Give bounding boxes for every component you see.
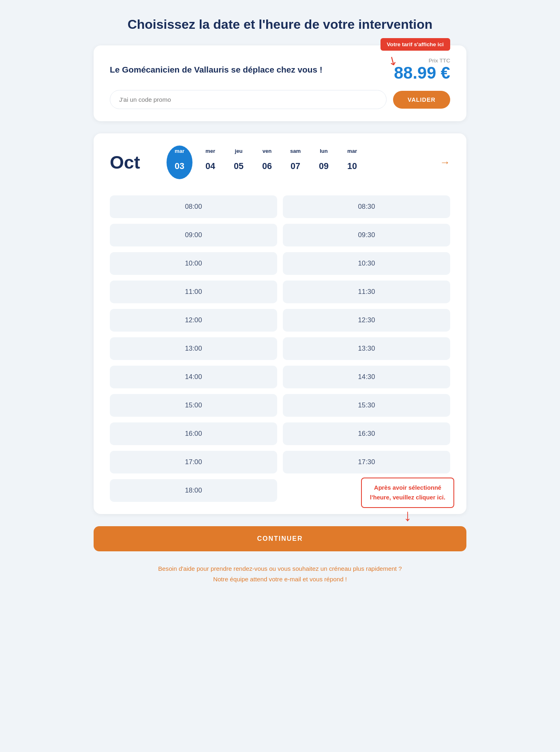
- time-slot-13:30[interactable]: 13:30: [283, 337, 450, 360]
- day-num: 10: [342, 156, 363, 177]
- time-slot-14:30[interactable]: 14:30: [283, 366, 450, 388]
- time-slot-16:30[interactable]: 16:30: [283, 422, 450, 445]
- calendar-header: Oct mar 03 mer 04 jeu 05 ven 06 sam 07 l…: [110, 146, 450, 179]
- day-name: mar: [347, 148, 357, 154]
- day-name: jeu: [235, 148, 243, 154]
- help-line1: Besoin d'aide pour prendre rendez-vous o…: [94, 563, 466, 574]
- tarif-tooltip: Votre tarif s'affiche ici: [380, 38, 450, 51]
- valider-button[interactable]: VALIDER: [393, 91, 450, 109]
- time-slot-09:30[interactable]: 09:30: [283, 224, 450, 246]
- time-slot-17:00[interactable]: 17:00: [110, 451, 277, 473]
- days-row: mar 03 mer 04 jeu 05 ven 06 sam 07 lun 0…: [167, 146, 423, 179]
- after-select-tooltip: Après avoir sélectionné l'heure, veuille…: [361, 478, 454, 508]
- time-slot-09:00[interactable]: 09:00: [110, 224, 277, 246]
- time-slot-16:00[interactable]: 16:00: [110, 422, 277, 445]
- calendar-day-04[interactable]: mer 04: [200, 148, 221, 177]
- calendar-day-06[interactable]: ven 06: [256, 148, 278, 177]
- continuer-button[interactable]: CONTINUER: [94, 526, 466, 551]
- time-slot-10:00[interactable]: 10:00: [110, 252, 277, 275]
- next-arrow-icon[interactable]: →: [440, 156, 450, 168]
- day-name: lun: [320, 148, 328, 154]
- day-name: sam: [290, 148, 301, 154]
- day-num: 09: [313, 156, 334, 177]
- time-slot-12:00[interactable]: 12:00: [110, 309, 277, 332]
- time-slot-08:00[interactable]: 08:00: [110, 195, 277, 218]
- promo-input[interactable]: [110, 90, 387, 109]
- day-num: 03: [169, 156, 190, 177]
- time-slot-08:30[interactable]: 08:30: [283, 195, 450, 218]
- time-slot-10:30[interactable]: 10:30: [283, 252, 450, 275]
- calendar-day-09[interactable]: lun 09: [313, 148, 334, 177]
- continue-section: Après avoir sélectionné l'heure, veuille…: [94, 526, 466, 551]
- time-slot-14:00[interactable]: 14:00: [110, 366, 277, 388]
- day-name: mer: [205, 148, 215, 154]
- time-slot-13:00[interactable]: 13:00: [110, 337, 277, 360]
- month-label: Oct: [110, 152, 154, 173]
- time-slot-11:30[interactable]: 11:30: [283, 281, 450, 303]
- calendar-card: Oct mar 03 mer 04 jeu 05 ven 06 sam 07 l…: [94, 133, 466, 514]
- day-name: mar: [175, 148, 184, 154]
- time-slot-11:00[interactable]: 11:00: [110, 281, 277, 303]
- time-slot-15:30[interactable]: 15:30: [283, 394, 450, 417]
- day-name: ven: [263, 148, 272, 154]
- time-slot-17:30[interactable]: 17:30: [283, 451, 450, 473]
- calendar-day-10[interactable]: mar 10: [342, 148, 363, 177]
- time-slot-12:30[interactable]: 12:30: [283, 309, 450, 332]
- day-num: 04: [200, 156, 221, 177]
- price-card: Votre tarif s'affiche ici ↘ Le Gomécanic…: [94, 45, 466, 122]
- day-num: 05: [228, 156, 249, 177]
- time-slot-18:00[interactable]: 18:00: [110, 479, 277, 502]
- mechanic-title: Le Gomécanicien de Vallauris se déplace …: [110, 65, 389, 75]
- tooltip-arrow-icon: ↓: [361, 509, 454, 522]
- time-slot-15:00[interactable]: 15:00: [110, 394, 277, 417]
- price-value: 88.99 €: [389, 64, 450, 82]
- calendar-day-07[interactable]: sam 07: [285, 148, 306, 177]
- time-grid: 08:0008:3009:0009:3010:0010:3011:0011:30…: [110, 195, 450, 502]
- help-text: Besoin d'aide pour prendre rendez-vous o…: [94, 563, 466, 585]
- day-num: 06: [256, 156, 278, 177]
- help-line2: Notre équipe attend votre e-mail et vous…: [94, 574, 466, 585]
- calendar-day-05[interactable]: jeu 05: [228, 148, 249, 177]
- page-title: Choisissez la date et l'heure de votre i…: [94, 16, 466, 33]
- calendar-day-03[interactable]: mar 03: [167, 146, 192, 179]
- day-num: 07: [285, 156, 306, 177]
